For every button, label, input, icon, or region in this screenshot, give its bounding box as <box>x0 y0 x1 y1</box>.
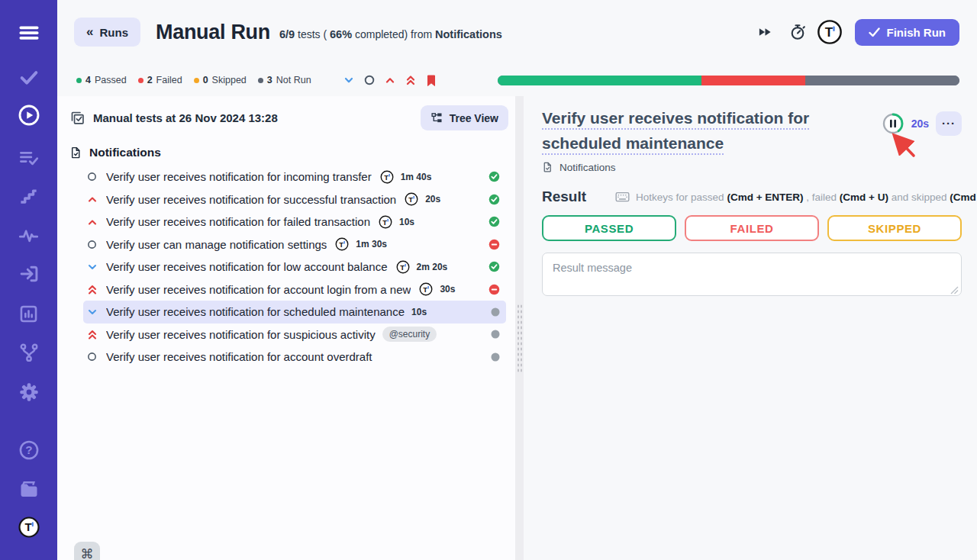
svg-text:T: T <box>384 172 389 181</box>
svg-text:T: T <box>409 195 414 204</box>
help-icon[interactable]: ? <box>18 439 40 462</box>
testomat-logo-icon: T <box>379 215 392 229</box>
test-row[interactable]: Verify user receives notification for ac… <box>83 278 506 301</box>
suite-group-header[interactable]: Notifications <box>57 137 515 166</box>
double-chevron-left-icon: « <box>86 24 93 40</box>
status-failed-icon <box>488 239 500 250</box>
test-title: Verify user receives notification for sc… <box>106 305 405 318</box>
test-title: Verify user receives notification for fa… <box>106 215 370 228</box>
testomat-logo-icon[interactable]: T <box>817 19 843 45</box>
failed-button[interactable]: FAILED <box>685 215 819 241</box>
settings-gear-icon[interactable] <box>18 381 40 404</box>
main-area: « Runs Manual Run 6/9 tests ( 66% comple… <box>57 0 977 560</box>
test-row[interactable]: Verify user receives notification for su… <box>83 323 506 346</box>
more-options-button[interactable]: ··· <box>936 111 962 136</box>
menu-icon[interactable] <box>18 21 40 44</box>
test-panel-toolbar: Manual tests at 26 Nov 2024 13:28 Tree V… <box>57 96 515 137</box>
suite-breadcrumb[interactable]: Notifications <box>542 161 962 173</box>
bookmark-icon[interactable] <box>424 73 438 87</box>
testomat-logo-icon: T <box>335 237 349 251</box>
priority-highest-icon <box>86 284 98 295</box>
check-icon[interactable] <box>18 66 40 89</box>
skipped-button[interactable]: SKIPPED <box>827 215 962 241</box>
count-failed[interactable]: 2Failed <box>138 75 182 85</box>
finish-run-button[interactable]: Finish Run <box>855 19 960 46</box>
run-label: Manual tests at 26 Nov 2024 13:28 <box>69 110 278 126</box>
back-to-runs-label: Runs <box>99 26 128 39</box>
pause-timer-button[interactable] <box>882 112 904 135</box>
test-duration: 1m 40s <box>401 172 432 182</box>
progress-segment-failed <box>701 76 805 85</box>
fast-forward-icon[interactable] <box>754 21 777 43</box>
test-row[interactable]: Verify user receives notification for fa… <box>83 211 506 233</box>
sign-in-icon[interactable] <box>18 262 40 285</box>
tree-view-icon <box>430 111 443 124</box>
checklist-icon[interactable] <box>18 146 40 169</box>
status-passed-icon <box>488 216 500 227</box>
priority-high-icon <box>86 216 98 227</box>
app-window: ? T « Runs Manual Run 6/9 tests ( 66% co… <box>0 0 977 560</box>
chevron-down-icon[interactable] <box>342 73 356 87</box>
chevron-up-icon[interactable] <box>383 73 397 87</box>
count-not-run[interactable]: 3Not Run <box>258 75 311 85</box>
test-duration: 1m 30s <box>356 239 387 249</box>
status-dot-icon <box>138 78 143 83</box>
circle-icon[interactable] <box>363 73 376 87</box>
test-title: Verify user receives notification for in… <box>106 170 372 183</box>
back-to-runs-button[interactable]: « Runs <box>74 18 140 47</box>
svg-text:T: T <box>400 262 405 271</box>
svg-text:T: T <box>24 520 31 533</box>
double-chevron-up-icon[interactable] <box>404 73 418 87</box>
test-list: Verify user receives notification for in… <box>57 166 515 369</box>
tree-view-button[interactable]: Tree View <box>421 105 508 130</box>
passed-button[interactable]: PASSED <box>542 215 676 241</box>
test-duration: 10s <box>411 307 427 317</box>
suite-group-label: Notifications <box>89 146 161 159</box>
test-row[interactable]: Verify user receives notification for sc… <box>83 301 506 323</box>
priority-none-icon <box>86 239 98 250</box>
status-row: 4Passed2Failed0Skipped3Not Run <box>57 64 977 96</box>
test-row[interactable]: Verify user can manage notification sett… <box>83 233 506 256</box>
test-detail-panel: Verify user receives notification for sc… <box>524 96 977 560</box>
panel-resize-divider[interactable] <box>515 96 524 560</box>
result-message-input[interactable] <box>542 253 962 296</box>
test-row[interactable]: Verify user receives notification for lo… <box>83 256 506 278</box>
status-passed-icon <box>488 194 500 205</box>
command-shortcut-button[interactable]: ⌘ <box>74 542 100 560</box>
count-passed[interactable]: 4Passed <box>76 75 127 85</box>
report-chart-icon[interactable] <box>18 302 40 325</box>
content-area: Manual tests at 26 Nov 2024 13:28 Tree V… <box>57 96 977 560</box>
steps-icon[interactable] <box>18 184 40 207</box>
play-circle-icon[interactable] <box>18 104 40 127</box>
test-detail-title[interactable]: Verify user receives notification for sc… <box>542 105 840 156</box>
drag-handle-icon[interactable] <box>517 304 522 374</box>
projects-folder-icon[interactable] <box>18 478 40 500</box>
progress-segment-passed <box>498 76 702 85</box>
branch-icon[interactable] <box>18 341 40 364</box>
priority-highest-icon <box>86 329 98 340</box>
source-suite: Notifications <box>435 28 502 40</box>
run-progress-summary: 6/9 tests ( 66% completed) from Notifica… <box>279 28 502 40</box>
priority-high-icon <box>86 194 98 205</box>
activity-icon[interactable] <box>18 224 40 246</box>
test-duration: 30s <box>440 284 455 294</box>
keyboard-icon <box>615 191 630 203</box>
testomat-logo-icon: T <box>380 170 394 184</box>
status-not_run-icon <box>491 352 500 362</box>
stopwatch-icon[interactable] <box>786 21 809 43</box>
test-row[interactable]: Verify user receives notification for in… <box>83 166 506 188</box>
priority-none-icon <box>86 351 98 362</box>
svg-text:?: ? <box>25 443 32 456</box>
main-sidebar: ? T <box>0 0 57 560</box>
result-counts: 4Passed2Failed0Skipped3Not Run <box>76 75 311 85</box>
svg-text:T: T <box>382 217 387 226</box>
test-tag[interactable]: @security <box>382 327 437 342</box>
testomat-logo[interactable]: T <box>18 516 40 539</box>
testomat-logo-icon: T <box>405 192 418 206</box>
test-row[interactable]: Verify user receives notification for su… <box>83 188 506 211</box>
document-check-icon <box>542 161 553 173</box>
priority-filters <box>342 73 438 87</box>
status-dot-icon <box>194 78 199 83</box>
count-skipped[interactable]: 0Skipped <box>194 75 247 85</box>
test-row[interactable]: Verify user receives notification for ac… <box>83 346 506 369</box>
